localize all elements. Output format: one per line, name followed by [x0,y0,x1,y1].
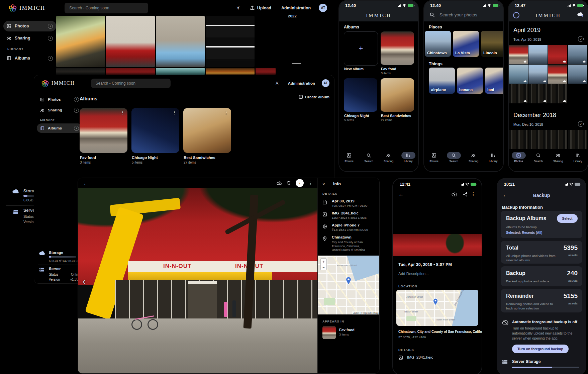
administration-link[interactable]: Administration [281,6,311,10]
photo-thumbnail[interactable] [568,65,587,84]
map-attribution[interactable]: Leaflet | © OpenStreetMap [352,311,380,314]
nav-photos[interactable]: Photos [424,152,444,171]
photo-strip[interactable] [393,234,482,256]
new-album-card[interactable]: + [344,31,378,66]
sidebar-item-photos[interactable]: Photos i [37,95,82,104]
appears-in-album-thumb[interactable] [322,326,336,339]
album-name[interactable]: Chicago Night [132,156,158,160]
nav-photos[interactable]: Photos [509,152,528,171]
close-icon[interactable]: × [322,182,325,187]
back-icon[interactable]: ← [83,180,88,186]
search-input[interactable] [65,3,148,13]
nav-sharing[interactable]: Sharing [379,152,398,171]
info-circle-icon[interactable]: i [74,126,79,131]
upload-button[interactable]: Upload [257,6,271,10]
album-card-fav-food[interactable] [381,31,414,65]
photo-thumbnail[interactable] [548,65,567,84]
info-circle-icon[interactable]: i [48,56,53,61]
nav-search[interactable]: Search [528,152,548,171]
nav-library[interactable]: Library [483,152,503,171]
place-thumb[interactable]: Chinatown [425,31,451,57]
nav-library[interactable]: Library [398,152,418,171]
photo-viewer[interactable]: IN-N-OUT IN-N-OUT ‹ [78,188,317,373]
photo-thumbnail[interactable] [156,68,205,75]
album-card-chicago-night[interactable]: ⋮ [131,108,179,153]
sidebar-item-photos[interactable]: Photos i [3,21,56,31]
nav-library[interactable]: Library [568,152,588,171]
download-icon[interactable] [277,181,282,185]
more-icon[interactable]: ⋮ [471,191,476,197]
album-name[interactable]: Fav food [80,156,96,160]
select-day-check-icon[interactable]: ✓ [578,36,584,42]
photo-thumbnail[interactable] [509,84,528,103]
backup-cloud-icon[interactable] [577,12,584,17]
theme-toggle-icon[interactable]: ☀ [275,80,279,86]
turn-on-foreground-backup-button[interactable]: Turn on foreground backup [512,345,569,353]
select-day-check-icon[interactable]: ✓ [578,121,584,127]
info-circle-icon[interactable]: i [48,36,53,41]
avatar[interactable]: AT [322,79,329,87]
album-card-fav-food[interactable]: ⋮ [80,108,127,153]
album-menu-icon[interactable]: ⋮ [172,110,177,115]
photo-thumbnail[interactable] [106,68,155,75]
immich-logo[interactable]: IMMICH [41,80,75,87]
photo-thumbnail[interactable] [206,16,255,67]
photo-thumbnail[interactable] [548,130,567,149]
photo-thumbnail[interactable] [509,65,528,84]
photo-thumbnail[interactable] [256,68,276,75]
thing-thumb[interactable]: banana [457,68,483,94]
upload-cloud-icon[interactable] [452,192,458,197]
share-icon[interactable] [463,192,468,197]
info-circle-icon[interactable]: i [48,24,53,29]
photo-thumbnail[interactable] [528,130,548,149]
photo-thumbnail[interactable] [568,45,587,64]
place-thumb[interactable]: Lincoln [481,31,504,57]
sidebar-item-sharing[interactable]: Sharing i [37,105,82,115]
sidebar-item-sharing[interactable]: Sharing i [3,33,56,43]
nav-photos[interactable]: Photos [339,152,359,171]
photo-thumbnail[interactable] [106,16,155,67]
create-album-button[interactable]: Create album [299,95,329,99]
photo-thumbnail[interactable] [156,16,205,67]
select-albums-button[interactable]: Select [557,214,578,223]
map-zoom-out-button[interactable]: − [320,264,327,270]
nav-search[interactable]: Search [359,152,379,171]
photo-thumbnail[interactable] [56,16,105,67]
photo-thumbnail[interactable] [528,84,548,103]
album-card-best-sandwiches[interactable] [381,78,414,112]
administration-link[interactable]: Administration [288,81,315,85]
timeline-scrubber[interactable] [292,63,301,64]
upload-icon[interactable] [250,5,255,10]
delete-icon[interactable] [287,181,291,185]
more-icon[interactable]: ⋮ [308,181,313,186]
avatar[interactable]: AT [319,4,327,12]
photo-thumbnail[interactable] [548,84,567,103]
place-thumb[interactable]: La Vista [453,31,479,57]
immich-logo[interactable]: IMMICH [9,4,45,12]
location-map[interactable]: Fisherman's Wharf + − Leaflet | © OpenSt… [318,256,380,314]
album-name[interactable]: Best Sandwiches [184,156,215,160]
theme-toggle-icon[interactable]: ☀ [236,5,240,11]
search-input[interactable] [91,79,171,88]
info-circle-icon[interactable]: i [74,97,79,102]
photo-thumbnail[interactable] [206,68,255,75]
info-button-active[interactable]: i [296,179,304,187]
photo-thumbnail[interactable] [568,130,587,149]
album-menu-icon[interactable]: ⋮ [224,110,228,115]
album-card-chicago-night[interactable] [344,78,377,112]
sidebar-item-albums[interactable]: Albums i [37,123,82,133]
photo-thumbnail[interactable] [528,65,548,84]
location-map[interactable]: The Embarcadero Jefferson Street Beach S… [396,290,478,326]
nav-search[interactable]: Search [444,152,464,171]
description-placeholder[interactable]: Add Description... [398,272,429,276]
photo-thumbnail[interactable] [548,45,567,64]
back-icon[interactable]: ← [398,191,404,197]
previous-photo-chevron[interactable]: ‹ [83,276,86,287]
appears-in-album-name[interactable]: Fav food [339,328,355,332]
photo-thumbnail[interactable] [509,45,528,64]
nav-sharing[interactable]: Sharing [548,152,568,171]
search-placeholder[interactable]: Search your photos [439,12,477,17]
photo-thumbnail[interactable] [528,45,548,64]
thing-thumb[interactable]: airplane [429,68,455,94]
thing-thumb[interactable]: bed [485,68,504,94]
